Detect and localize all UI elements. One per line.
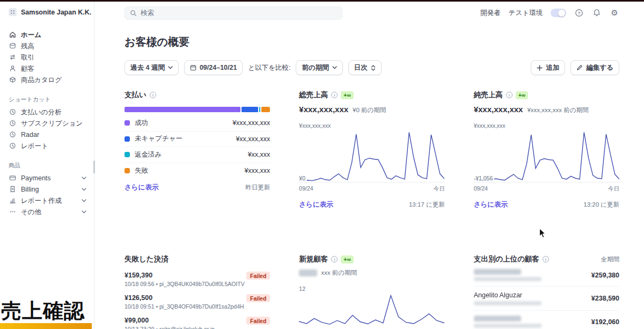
legend-row[interactable]: 成功 ¥xxx,xxx,xxx [125,115,270,131]
x-axis-end-label: 今日 [434,185,445,193]
legend-row[interactable]: 返金済み ¥xx,xxx [125,147,270,163]
ellipsis-icon [9,208,16,216]
info-icon[interactable] [543,256,549,262]
payments-widget: 支払い 成功 ¥xxx,xxx,xxx 未キャプチャー ¥xx,xxx,xxx [125,90,270,192]
clock-icon [9,142,16,150]
failed-payment-row[interactable]: ¥159,390 10/18 09:56 • pi_3QB4UK049b7Du0… [125,272,270,287]
redacted-value [299,269,317,276]
redacted-customer-name [474,269,521,275]
legend-row[interactable]: 失敗 ¥xxx,xxx [125,163,270,179]
status-badge: Failed [246,317,270,325]
failed-payment-row[interactable]: ¥99,000 10/13 23:29 • reito@air.linkclub… [125,317,270,329]
help-icon[interactable]: ? [574,8,584,18]
plus-icon [537,65,543,71]
trend-badge: +∞ [516,91,529,99]
balance-icon [9,42,16,50]
failed-payment-row[interactable]: ¥126,500 10/18 09:51 • pi_3QB4OF049b7Du0… [125,294,270,310]
account-avatar-icon [9,8,17,16]
sidebar-item-label: Radar [21,131,39,138]
widgets-grid: 支払い 成功 ¥xxx,xxx,xxx 未キャプチャー ¥xx,xxx,xxx [125,90,619,329]
gross-volume-widget: 総売上高 +∞ ¥xxx,xxx,xxx ¥0 前の期間 ¥xxx,xxx,xx… [299,90,444,209]
customer-amount: ¥238,590 [591,295,619,302]
sidebar-item-balance[interactable]: 残高 [0,40,94,52]
notifications-bell-icon[interactable] [592,8,602,18]
sidebar-resize-handle[interactable] [93,160,95,173]
top-customers-widget: 支出別の上位の顧客 全期間 ¥259,380 Angelito Alguzar [474,254,619,329]
invoice-icon [9,186,16,193]
customer-amount: ¥259,380 [591,272,619,279]
account-switcher[interactable]: Samsonite Japan K.K. [0,2,94,18]
legend-dot [125,152,130,157]
legend-dot [125,120,130,126]
legend-value: ¥xxx,xxx [244,167,270,174]
edit-button[interactable]: 編集する [570,60,619,75]
transactions-icon [9,54,16,61]
legend-value: ¥xx,xxx,xxx [236,135,270,143]
search-input[interactable] [141,9,337,17]
sidebar-item-label: 残高 [21,42,34,50]
info-icon[interactable] [150,92,156,98]
period-filter[interactable]: 過去 4 週間 [125,60,179,75]
sidebar-nav: ホーム 残高 取引 顧客 商品カタログ ショートカット 支払いの分析 [0,29,94,217]
sidebar-item-reporting[interactable]: レポート作成 [0,195,94,206]
global-search[interactable] [125,6,342,20]
sidebar-item-payments[interactable]: Payments [0,172,94,184]
chevron-down-icon [82,199,86,202]
updated-label: 13:20 に更新 [583,201,619,209]
gross-volume-compare: ¥0 前の期間 [353,106,386,114]
payment-detail: 10/13 23:29 • reito@air.linkclub.or.jp [125,326,215,329]
legend-row[interactable]: 未キャプチャー ¥xx,xxx,xxx [125,131,270,148]
sidebar-item-transactions[interactable]: 取引 [0,52,94,63]
legend-value: ¥xx,xxx [248,151,270,158]
interval-filter[interactable]: 日次 [348,60,382,75]
sidebar-item-home[interactable]: ホーム [0,29,94,40]
sidebar-item-subscriptions[interactable]: サブスクリプション [0,118,94,129]
test-mode-toggle[interactable] [551,9,566,17]
legend-dot [125,136,130,142]
sidebar-item-payment-analytics[interactable]: 支払いの分析 [0,106,94,118]
sidebar-item-more[interactable]: その他 [0,206,94,217]
sidebar-item-label: レポート作成 [21,197,62,204]
show-more-link[interactable]: さらに表示 [299,200,333,209]
customer-amount: ¥192,060 [591,318,619,326]
add-widget-button[interactable]: 追加 [531,60,565,75]
status-badge: Failed [246,272,270,280]
info-icon[interactable] [331,92,338,98]
show-more-link[interactable]: さらに表示 [125,183,158,192]
payment-amount: ¥99,000 [125,317,215,324]
sidebar-item-label: レポート [21,142,48,150]
caption-underline-bar [0,323,92,329]
sidebar-item-billing[interactable]: Billing [0,184,94,195]
widget-title: 純売上高 [474,90,503,100]
test-mode-label: テスト環境 [509,9,543,18]
x-axis-end-label: 今日 [608,185,619,193]
settings-gear-icon[interactable]: ⚙ [610,8,619,18]
info-icon[interactable] [331,256,338,262]
sidebar-item-label: ホーム [21,31,41,39]
date-range-filter[interactable]: 09/24–10/21 [184,60,243,75]
pencil-icon [576,64,583,71]
y-axis-min-label: ¥0 [299,175,307,181]
x-axis-start-label: 09/24 [474,185,488,193]
sidebar-item-reports[interactable]: レポート [0,140,94,151]
info-icon[interactable] [506,92,513,98]
x-axis-start-label: 09/24 [299,185,313,193]
widget-title: 支出別の上位の顧客 [474,254,539,264]
new-customers-compare: xxx 前の期間 [321,269,357,277]
top-customer-row[interactable]: Angelito Alguzar ¥238,590 [474,287,619,311]
chevron-down-icon [82,210,86,214]
y-axis-max-label: ¥xxx,xxx,xxx [474,122,619,129]
top-customer-row[interactable]: ¥192,060 [474,311,619,329]
net-volume-compare: ¥xxx,xxx,xxx 前の期間 [527,106,588,114]
new-customers-widget: 新規顧客 +∞ xxx 前の期間 12 [299,254,444,327]
sidebar-section-shortcuts: ショートカット [9,96,85,104]
sidebar-item-customers[interactable]: 顧客 [0,63,94,74]
top-customer-row[interactable]: ¥259,380 [474,264,619,287]
sidebar-item-product-catalog[interactable]: 商品カタログ [0,74,94,85]
net-volume-value: ¥xxx,xxx,xxx [474,105,523,114]
compare-filter[interactable]: 前の期間 [296,60,342,75]
bar-chart-icon [9,197,16,204]
sidebar-item-radar[interactable]: Radar [0,129,94,140]
developers-link[interactable]: 開発者 [480,9,501,18]
show-more-link[interactable]: さらに表示 [474,200,508,209]
